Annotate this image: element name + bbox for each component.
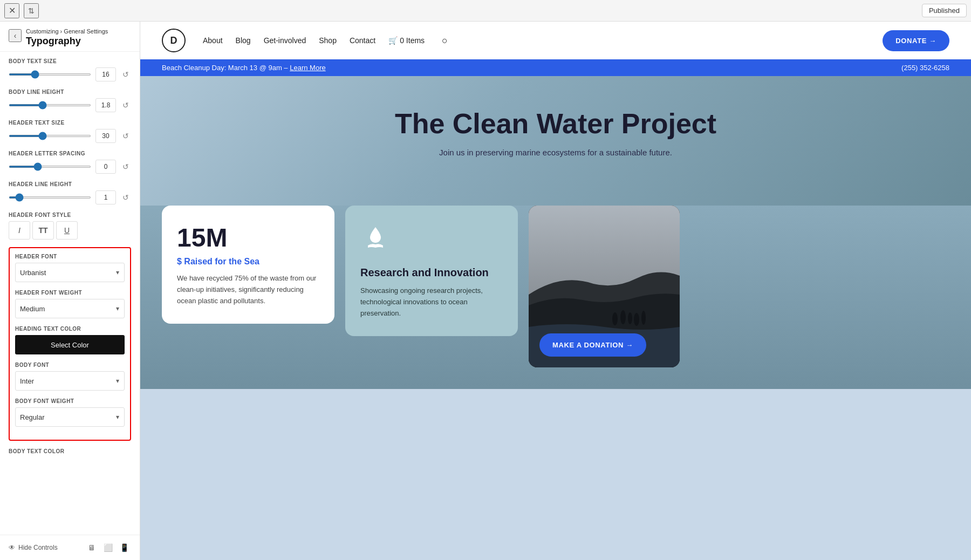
- hero-section: The Clean Water Project Join us in prese…: [140, 76, 971, 206]
- body-line-height-value: 1.8: [95, 98, 116, 112]
- body-text-size-setting: BODY TEXT SIZE 16 ↺: [9, 58, 131, 81]
- body-font-dropdown-wrapper: Inter Roboto Open Sans Lato Arial ▾: [15, 371, 125, 391]
- make-donation-button[interactable]: MAKE A DONATION →: [539, 333, 646, 357]
- card-2-title: Research and Innovation: [360, 267, 503, 279]
- hero-title: The Clean Water Project: [395, 108, 716, 139]
- preview-area: D About Blog Get-involved Shop Contact 🛒…: [140, 22, 971, 560]
- header-line-height-row: 1 ↺: [9, 190, 131, 204]
- body-line-height-row: 1.8 ↺: [9, 98, 131, 112]
- header-font-setting: HEADER FONT Urbanist Roboto Open Sans La…: [15, 254, 125, 282]
- view-mode-buttons: 🖥 ⬜ 📱: [85, 541, 131, 555]
- header-line-height-setting: HEADER LINE HEIGHT 1 ↺: [9, 181, 131, 204]
- header-text-size-value: 30: [95, 129, 116, 143]
- header-text-size-slider[interactable]: [9, 135, 91, 137]
- body-line-height-reset[interactable]: ↺: [120, 100, 131, 111]
- top-bar: ✕ ⇅ Published: [0, 0, 971, 22]
- header-text-size-row: 30 ↺: [9, 129, 131, 143]
- announcement-bar: Beach Cleanup Day: March 13 @ 9am – Lear…: [140, 59, 971, 76]
- nav-contact[interactable]: Contact: [350, 36, 375, 45]
- header-letter-spacing-setting: HEADER LETTER SPACING 0 ↺: [9, 151, 131, 174]
- sidebar-header: ‹ Customizing › General Settings Typogra…: [0, 22, 140, 52]
- tablet-view-button[interactable]: ⬜: [101, 541, 115, 555]
- header-font-style-label: HEADER FONT STYLE: [9, 212, 131, 218]
- header-font-weight-setting: HEADER FONT WEIGHT Thin Light Regular Me…: [15, 290, 125, 318]
- body-text-color-label: BODY TEXT COLOR: [9, 448, 131, 454]
- sidebar-content: BODY TEXT SIZE 16 ↺ BODY LINE HEIGHT 1.8…: [0, 52, 140, 535]
- header-line-height-reset[interactable]: ↺: [120, 192, 131, 203]
- card-1-text: We have recycled 75% of the waste from o…: [177, 273, 319, 306]
- body-text-size-reset[interactable]: ↺: [120, 69, 131, 80]
- header-text-size-label: HEADER TEXT SIZE: [9, 120, 131, 126]
- header-font-weight-dropdown[interactable]: Thin Light Regular Medium Bold: [15, 299, 125, 318]
- highlighted-section: HEADER FONT Urbanist Roboto Open Sans La…: [9, 247, 131, 441]
- breadcrumb: Customizing › General Settings: [26, 28, 108, 35]
- search-icon[interactable]: ○: [442, 35, 448, 46]
- card-1-caption: $ Raised for the Sea: [177, 257, 319, 267]
- header-font-label: HEADER FONT: [15, 254, 125, 259]
- undo-redo-button[interactable]: ⇅: [24, 3, 39, 18]
- card-2: Research and Innovation Showcasing ongoi…: [345, 206, 518, 336]
- body-font-weight-dropdown-wrapper: Thin Light Regular Medium Bold ▾: [15, 407, 125, 427]
- close-button[interactable]: ✕: [4, 3, 19, 18]
- body-font-label: BODY FONT: [15, 362, 125, 368]
- nav-blog[interactable]: Blog: [236, 36, 251, 45]
- donate-button[interactable]: DONATE →: [883, 30, 949, 51]
- announcement-text: Beach Cleanup Day: March 13 @ 9am – Lear…: [162, 64, 326, 72]
- body-text-size-slider[interactable]: [9, 73, 91, 76]
- cart-count: 0 Items: [400, 36, 425, 45]
- heading-text-color-label: HEADING TEXT COLOR: [15, 326, 125, 332]
- body-font-dropdown[interactable]: Inter Roboto Open Sans Lato Arial: [15, 371, 125, 391]
- header-font-weight-label: HEADER FONT WEIGHT: [15, 290, 125, 296]
- body-font-weight-dropdown[interactable]: Thin Light Regular Medium Bold: [15, 407, 125, 427]
- breadcrumb-area: Customizing › General Settings Typograph…: [26, 28, 108, 47]
- underline-button[interactable]: U: [56, 221, 78, 240]
- published-button[interactable]: Published: [922, 4, 967, 17]
- preview-navbar: D About Blog Get-involved Shop Contact 🛒…: [140, 22, 971, 59]
- body-line-height-label: BODY LINE HEIGHT: [9, 89, 131, 95]
- sidebar: ‹ Customizing › General Settings Typogra…: [0, 22, 140, 560]
- sidebar-title: Typography: [26, 36, 108, 47]
- cards-section: 15M $ Raised for the Sea We have recycle…: [140, 206, 971, 389]
- select-color-button[interactable]: Select Color: [15, 335, 125, 354]
- header-letter-spacing-reset[interactable]: ↺: [120, 161, 131, 172]
- body-text-color-setting: BODY TEXT COLOR: [9, 448, 131, 454]
- card-3: MAKE A DONATION →: [529, 206, 680, 367]
- header-line-height-slider[interactable]: [9, 196, 91, 199]
- header-text-size-reset[interactable]: ↺: [120, 131, 131, 141]
- header-font-weight-dropdown-wrapper: Thin Light Regular Medium Bold ▾: [15, 299, 125, 318]
- body-line-height-setting: BODY LINE HEIGHT 1.8 ↺: [9, 89, 131, 112]
- bold-button[interactable]: TT: [32, 221, 54, 240]
- nav-about[interactable]: About: [203, 36, 223, 45]
- cart-icon: 🛒: [388, 36, 398, 45]
- header-text-size-setting: HEADER TEXT SIZE 30 ↺: [9, 120, 131, 143]
- nav-shop[interactable]: Shop: [319, 36, 337, 45]
- desktop-view-button[interactable]: 🖥: [85, 541, 99, 555]
- hide-controls-button[interactable]: 👁 Hide Controls: [9, 544, 58, 551]
- header-line-height-label: HEADER LINE HEIGHT: [9, 181, 131, 187]
- nav-links: About Blog Get-involved Shop Contact 🛒 0…: [203, 36, 425, 45]
- header-letter-spacing-slider[interactable]: [9, 166, 91, 168]
- body-font-weight-setting: BODY FONT WEIGHT Thin Light Regular Medi…: [15, 398, 125, 427]
- hero-subtitle: Join us in preserving marine ecosystems …: [439, 148, 672, 157]
- card-2-desc: Showcasing ongoing research projects, te…: [360, 285, 503, 319]
- back-button[interactable]: ‹: [9, 29, 22, 42]
- body-text-size-label: BODY TEXT SIZE: [9, 58, 131, 64]
- header-letter-spacing-row: 0 ↺: [9, 160, 131, 174]
- italic-button[interactable]: I: [9, 221, 30, 240]
- font-style-buttons: I TT U: [9, 221, 131, 240]
- nav-cart[interactable]: 🛒 0 Items: [388, 36, 425, 45]
- hide-controls-label: Hide Controls: [18, 544, 58, 551]
- site-logo: D: [162, 29, 186, 52]
- announcement-link[interactable]: Learn More: [290, 64, 325, 72]
- header-font-dropdown[interactable]: Urbanist Roboto Open Sans Lato Montserra…: [15, 263, 125, 282]
- eye-icon: 👁: [9, 544, 15, 551]
- announcement-phone: (255) 352-6258: [901, 64, 949, 72]
- header-line-height-value: 1: [95, 190, 116, 204]
- header-font-dropdown-wrapper: Urbanist Roboto Open Sans Lato Montserra…: [15, 263, 125, 282]
- body-text-size-row: 16 ↺: [9, 67, 131, 81]
- nav-get-involved[interactable]: Get-involved: [264, 36, 306, 45]
- body-text-size-value: 16: [95, 67, 116, 81]
- mobile-view-button[interactable]: 📱: [117, 541, 131, 555]
- header-letter-spacing-label: HEADER LETTER SPACING: [9, 151, 131, 156]
- body-line-height-slider[interactable]: [9, 104, 91, 106]
